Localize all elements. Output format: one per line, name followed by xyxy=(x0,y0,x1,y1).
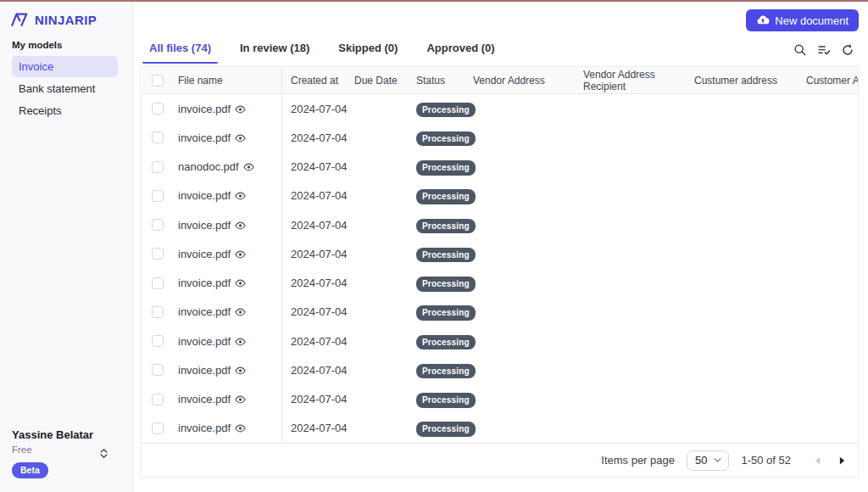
table-row[interactable]: invoice.pdf 2024-07-04 Processing xyxy=(141,94,859,123)
new-document-label: New document xyxy=(775,14,849,27)
status-badge: Processing xyxy=(416,305,476,321)
table-row[interactable]: invoice.pdf 2024-07-04 Processing xyxy=(141,123,859,152)
column-header: Vendor Address xyxy=(469,75,579,87)
created-at-cell: 2024-07-04 xyxy=(281,305,350,318)
row-checkbox[interactable] xyxy=(152,277,164,289)
eye-icon[interactable] xyxy=(243,163,254,171)
cloud-upload-icon xyxy=(756,14,770,27)
select-all-checkbox[interactable] xyxy=(152,75,164,87)
search-icon[interactable] xyxy=(793,43,807,57)
row-checkbox[interactable] xyxy=(152,306,164,318)
sidebar: NINJARIP My models Invoice Bank statemen… xyxy=(0,2,133,492)
tab-label: All files (74) xyxy=(149,42,211,54)
sidebar-section-label: My models xyxy=(12,40,132,50)
created-at-cell: 2024-07-04 xyxy=(281,103,350,115)
status-badge: Processing xyxy=(416,131,476,147)
status-badge: Processing xyxy=(416,364,476,379)
table-row[interactable]: nanodoc.pdf 2024-07-04 Processing xyxy=(141,153,859,182)
chevrons-up-down-icon[interactable] xyxy=(99,447,108,462)
tab[interactable]: Approved (0) xyxy=(426,42,494,64)
zigzag-logo-icon xyxy=(11,12,31,27)
table-row[interactable]: invoice.pdf 2024-07-04 Processing xyxy=(141,385,859,414)
user-block: Yassine Belatar Free Beta xyxy=(12,428,124,478)
column-header: Status xyxy=(412,75,469,87)
row-checkbox[interactable] xyxy=(152,364,164,376)
created-at-cell: 2024-07-04 xyxy=(281,393,350,405)
created-at-cell: 2024-07-04 xyxy=(281,277,350,289)
table-row[interactable]: invoice.pdf 2024-07-04 Processing xyxy=(141,269,859,298)
tab-label: Skipped (0) xyxy=(338,42,398,54)
previous-page-button[interactable] xyxy=(815,456,821,465)
status-badge: Processing xyxy=(416,103,476,118)
file-name: invoice.pdf xyxy=(178,364,231,377)
row-checkbox[interactable] xyxy=(152,335,164,347)
row-checkbox[interactable] xyxy=(152,248,164,260)
eye-icon[interactable] xyxy=(235,308,246,316)
row-checkbox[interactable] xyxy=(152,103,164,115)
tab-label: In review (18) xyxy=(240,42,309,54)
eye-icon[interactable] xyxy=(235,250,246,259)
sidebar-model-item[interactable]: Bank statement xyxy=(12,78,118,99)
row-checkbox[interactable] xyxy=(152,161,164,173)
row-checkbox[interactable] xyxy=(152,219,164,231)
eye-icon[interactable] xyxy=(235,105,246,114)
column-header: Due Date xyxy=(350,75,412,87)
eye-icon[interactable] xyxy=(235,366,246,375)
status-badge: Processing xyxy=(416,189,476,204)
file-name: invoice.pdf xyxy=(178,103,231,115)
files-table: File name Created at Due Date Status Ven… xyxy=(140,66,859,478)
table-row[interactable]: invoice.pdf 2024-07-04 Processing xyxy=(141,414,859,443)
file-name: invoice.pdf xyxy=(178,219,231,232)
table-row[interactable]: invoice.pdf 2024-07-04 Processing xyxy=(141,327,859,355)
items-per-page-label: Items per page xyxy=(601,454,675,467)
pinned-column-divider xyxy=(281,67,282,444)
items-per-page-select[interactable]: 50 xyxy=(687,450,729,471)
sidebar-model-item[interactable]: Receipts xyxy=(12,100,118,121)
user-name: Yassine Belatar xyxy=(12,428,124,441)
table-row[interactable]: invoice.pdf 2024-07-04 Processing xyxy=(141,298,859,327)
eye-icon[interactable] xyxy=(235,424,246,433)
eye-icon[interactable] xyxy=(235,279,246,288)
created-at-cell: 2024-07-04 xyxy=(281,335,350,348)
column-header: File name xyxy=(176,75,281,87)
tab[interactable]: All files (74) xyxy=(149,42,211,64)
eye-icon[interactable] xyxy=(235,395,246,404)
checklist-icon[interactable] xyxy=(817,43,831,57)
row-checkbox[interactable] xyxy=(152,190,164,202)
table-row[interactable]: invoice.pdf 2024-07-04 Processing xyxy=(141,355,859,384)
tab[interactable]: In review (18) xyxy=(240,42,309,64)
table-header-row: File name Created at Due Date Status Ven… xyxy=(141,67,859,94)
eye-icon[interactable] xyxy=(235,134,246,143)
eye-icon[interactable] xyxy=(235,192,246,200)
created-at-cell: 2024-07-04 xyxy=(281,189,350,202)
created-at-cell: 2024-07-04 xyxy=(281,248,350,260)
status-badge: Processing xyxy=(416,219,476,234)
tab[interactable]: Skipped (0) xyxy=(338,42,398,64)
column-header: Custumer address xyxy=(690,75,802,87)
row-checkbox[interactable] xyxy=(152,131,164,143)
refresh-icon[interactable] xyxy=(841,43,854,57)
eye-icon[interactable] xyxy=(235,221,246,230)
triangle-left-icon xyxy=(815,456,821,465)
file-name: invoice.pdf xyxy=(178,277,231,289)
status-badge: Processing xyxy=(416,393,476,408)
eye-icon[interactable] xyxy=(235,338,246,346)
status-badge: Processing xyxy=(416,335,476,350)
table-row[interactable]: invoice.pdf 2024-07-04 Processing xyxy=(141,182,859,210)
sidebar-model-item[interactable]: Invoice xyxy=(12,56,118,77)
tab-label: Approved (0) xyxy=(426,42,494,54)
file-name: invoice.pdf xyxy=(178,305,231,318)
table-row[interactable]: invoice.pdf 2024-07-04 Processing xyxy=(141,210,859,239)
created-at-cell: 2024-07-04 xyxy=(281,131,350,144)
file-name: invoice.pdf xyxy=(178,393,231,405)
table-row[interactable]: invoice.pdf 2024-07-04 Processing xyxy=(141,239,859,268)
beta-badge: Beta xyxy=(12,462,48,478)
sidebar-item-label: Invoice xyxy=(19,60,53,73)
created-at-cell: 2024-07-04 xyxy=(281,422,350,434)
next-page-button[interactable] xyxy=(839,456,845,465)
brand-logo: NINJARIP xyxy=(11,12,132,27)
new-document-button[interactable]: New document xyxy=(746,9,859,31)
triangle-right-icon xyxy=(839,456,845,465)
row-checkbox[interactable] xyxy=(152,422,164,434)
row-checkbox[interactable] xyxy=(152,394,164,405)
